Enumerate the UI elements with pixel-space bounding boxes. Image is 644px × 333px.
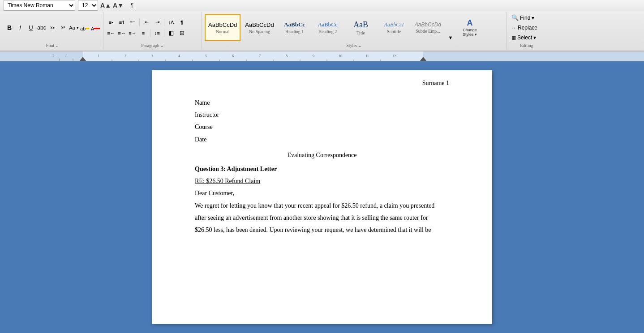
subscript-button[interactable]: x₂ xyxy=(47,23,57,33)
font-grow-button[interactable]: A▲ xyxy=(101,0,111,10)
select-button[interactable]: ▦ Select ▾ xyxy=(509,33,544,42)
bullets-button[interactable]: ≡• xyxy=(106,17,116,27)
select-icon: ▦ xyxy=(511,35,516,41)
ribbon-group-paragraph: ≡• ≡1 ≡⁻ ⇤ ⇥ ↕A ¶ ≡← ≡↔ ≡→ ≡ xyxy=(103,12,202,50)
svg-rect-0 xyxy=(0,51,83,61)
document-area: Surname 1 Name Instructor Course Date Ev… xyxy=(0,61,644,333)
numbering-button[interactable]: ≡1 xyxy=(117,17,127,27)
svg-rect-2 xyxy=(423,51,644,61)
superscript-button[interactable]: x² xyxy=(58,23,68,33)
ribbon-top-row: Times New Roman 12 A▲ A▼ ¶ xyxy=(0,0,644,11)
date-line: Date xyxy=(195,134,449,145)
decrease-indent-button[interactable]: ⇤ xyxy=(142,17,151,27)
style-heading2[interactable]: AaBbCc Heading 2 xyxy=(312,14,344,41)
bold-button[interactable]: B xyxy=(4,23,14,33)
ruler: -2 -1 1 2 3 4 5 6 7 8 9 10 11 12 xyxy=(0,51,644,61)
re-line: RE: $26.50 Refund Claim xyxy=(195,175,449,187)
body-line-3: $26.50 less, has been denied. Upon revie… xyxy=(195,224,449,235)
svg-text:7: 7 xyxy=(259,54,261,58)
svg-text:5: 5 xyxy=(205,54,207,58)
document-content: Name Instructor Course Date Evaluating C… xyxy=(195,97,449,235)
editing-group-top: 🔍 Find ▾ ↔ Replace ▦ Select ▾ xyxy=(509,13,544,42)
change-styles-button[interactable]: A ChangeStyles ▾ xyxy=(456,14,483,41)
ribbon: Times New Roman 12 A▲ A▼ ¶ B I U abc x₂ … xyxy=(0,0,644,51)
replace-button[interactable]: ↔ Replace xyxy=(509,23,544,32)
page-header: Surname 1 xyxy=(422,77,449,89)
styles-scroll-down[interactable]: ▼ xyxy=(446,33,455,42)
svg-text:2: 2 xyxy=(125,54,126,58)
align-center-button[interactable]: ≡↔ xyxy=(117,28,127,38)
svg-rect-1 xyxy=(83,51,423,61)
ribbon-group-editing: 🔍 Find ▾ ↔ Replace ▦ Select ▾ Editing xyxy=(507,12,547,50)
svg-text:3: 3 xyxy=(151,54,153,58)
font-group-label: Font ⌄ xyxy=(4,42,100,49)
svg-text:10: 10 xyxy=(339,54,342,58)
ribbon-group-font: B I U abc x₂ x² Aa▾ ab A xyxy=(2,12,103,50)
paragraph-group-label: Paragraph ⌄ xyxy=(106,42,199,49)
document-page[interactable]: Surname 1 Name Instructor Course Date Ev… xyxy=(152,70,492,324)
ribbon-main: B I U abc x₂ x² Aa▾ ab A xyxy=(0,11,644,51)
text-highlight-button[interactable]: ab xyxy=(80,24,90,34)
svg-text:6: 6 xyxy=(232,54,234,58)
multilevel-list-button[interactable]: ≡⁻ xyxy=(128,17,137,27)
svg-text:9: 9 xyxy=(313,54,314,58)
style-subtitle[interactable]: AaBbCcI Subtitle xyxy=(378,14,410,41)
paragraph-dialog-launcher[interactable]: ⌄ xyxy=(160,43,164,48)
font-size-dropdown[interactable]: 12 xyxy=(78,0,98,11)
ruler-svg: -2 -1 1 2 3 4 5 6 7 8 9 10 11 12 xyxy=(0,51,644,61)
svg-text:-1: -1 xyxy=(65,54,68,58)
find-button[interactable]: 🔍 Find ▾ xyxy=(509,13,544,22)
clear-format-button[interactable]: ¶ xyxy=(126,0,138,10)
styles-group-top: AaBbCcDd Normal AaBbCcDd No Spacing AaBb… xyxy=(205,13,496,42)
name-line: Name xyxy=(195,97,449,108)
font-shrink-button[interactable]: A▼ xyxy=(113,0,123,10)
svg-text:12: 12 xyxy=(392,54,396,58)
ribbon-group-styles: AaBbCcDd Normal AaBbCcDd No Spacing AaBb… xyxy=(202,12,507,50)
underline-button[interactable]: U xyxy=(26,23,36,33)
font-name-dropdown[interactable]: Times New Roman xyxy=(4,0,75,11)
question-heading: Question 3: Adjustment Letter xyxy=(195,163,449,175)
course-line: Course xyxy=(195,121,449,132)
styles-group-label: Styles ⌄ xyxy=(205,42,503,49)
find-icon: 🔍 xyxy=(511,14,519,21)
svg-text:4: 4 xyxy=(178,54,180,58)
show-hide-button[interactable]: ¶ xyxy=(177,17,187,27)
shading-button[interactable]: ◧ xyxy=(166,28,176,38)
font-group-top: B I U abc x₂ x² Aa▾ ab A xyxy=(4,13,100,42)
font-format-row1: B I U abc x₂ x² Aa▾ xyxy=(4,23,79,33)
instructor-line: Instructor xyxy=(195,109,449,120)
title-line: Evaluating Correspondence xyxy=(195,149,449,161)
svg-text:8: 8 xyxy=(286,54,288,58)
font-format-row2: ab A xyxy=(80,24,100,34)
font-color-button[interactable]: A xyxy=(90,24,100,34)
style-no-spacing[interactable]: AaBbCcDd No Spacing xyxy=(241,14,277,41)
style-heading1[interactable]: AaBbCc Heading 1 xyxy=(279,14,311,41)
salutation-line: Dear Customer, xyxy=(195,188,449,199)
borders-button[interactable]: ⊞ xyxy=(177,28,187,38)
svg-text:-2: -2 xyxy=(52,54,55,58)
body-line-2: after seeing an advertisement from anoth… xyxy=(195,212,449,223)
replace-icon: ↔ xyxy=(511,25,516,30)
font-dialog-launcher[interactable]: ⌄ xyxy=(55,43,59,48)
justify-button[interactable]: ≡ xyxy=(138,28,148,38)
style-title[interactable]: AaB Title xyxy=(345,14,377,41)
align-left-button[interactable]: ≡← xyxy=(106,28,116,38)
align-right-button[interactable]: ≡→ xyxy=(128,28,137,38)
style-normal[interactable]: AaBbCcDd Normal xyxy=(205,14,240,41)
strikethrough-button[interactable]: abc xyxy=(37,23,47,33)
style-subtle-emphasis[interactable]: AaBbCcDd Subtle Emp... xyxy=(411,14,445,41)
change-case-button[interactable]: Aa▾ xyxy=(69,23,79,33)
paragraph-group-top: ≡• ≡1 ≡⁻ ⇤ ⇥ ↕A ¶ ≡← ≡↔ ≡→ ≡ xyxy=(106,13,199,42)
increase-indent-button[interactable]: ⇥ xyxy=(152,17,162,27)
italic-button[interactable]: I xyxy=(15,23,25,33)
editing-group-label: Editing xyxy=(509,42,544,49)
svg-text:1: 1 xyxy=(98,54,99,58)
sort-button[interactable]: ↕A xyxy=(166,17,176,27)
svg-text:11: 11 xyxy=(365,54,369,58)
line-spacing-button[interactable]: ↕≡ xyxy=(152,28,162,38)
body-line-1: We regret for letting you know that your… xyxy=(195,200,449,211)
styles-dialog-launcher[interactable]: ⌄ xyxy=(358,43,362,48)
